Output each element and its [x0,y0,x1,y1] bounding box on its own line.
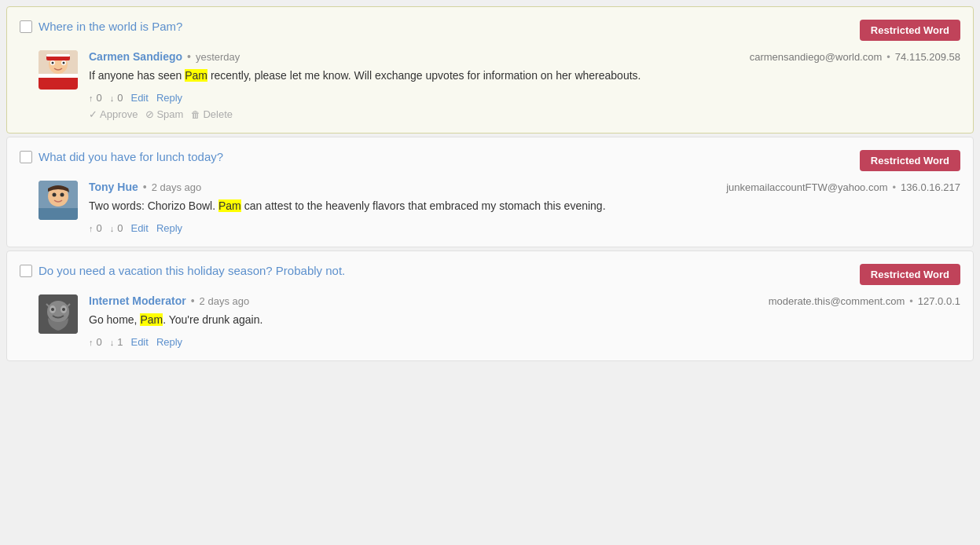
header-left-1: Where in the world is Pam? [20,20,182,33]
header-left-3: Do you need a vacation this holiday seas… [20,264,345,277]
block-header-3: Do you need a vacation this holiday seas… [20,264,960,285]
thread-title-2[interactable]: What did you have for lunch today? [39,150,223,163]
vote-down-group-2: 0 [110,222,123,234]
vote-up-group-3: 0 [89,336,102,348]
svg-point-13 [61,193,64,197]
svg-point-19 [51,308,54,311]
comment-body-3: Internet Moderator • 2 days ago moderate… [89,294,960,348]
meta-left-1: Carmen Sandiego • yesterday [89,50,240,63]
ip-address-2: 136.0.16.217 [901,181,960,193]
vote-up-group-2: 0 [89,222,102,234]
highlighted-word-2: Pam [218,199,241,212]
svg-rect-9 [39,74,78,78]
approve-action-1[interactable]: Approve [89,108,138,120]
vote-up-group-1: 0 [89,92,102,104]
ip-address-1: 74.115.209.58 [895,51,960,63]
comment-meta-3: Internet Moderator • 2 days ago moderate… [89,294,960,307]
reply-link-2[interactable]: Reply [156,222,182,234]
svg-point-7 [63,62,65,64]
select-checkbox-3[interactable] [20,265,32,277]
select-checkbox-2[interactable] [20,151,32,163]
block-header-2: What did you have for lunch today? Restr… [20,150,960,171]
upvote-count-2: 0 [97,222,102,234]
actions-1: 0 0 Edit Reply [89,92,960,104]
select-checkbox-1[interactable] [20,20,32,33]
svg-rect-3 [46,54,70,57]
delete-action-1[interactable]: Delete [191,108,233,120]
restricted-badge-3: Restricted Word [860,264,960,285]
meta-sep2-1: • [886,51,890,63]
comment-block-2: What did you have for lunch today? Restr… [6,137,974,247]
comment-meta-2: Tony Hue • 2 days ago junkemailaccountFT… [89,181,960,193]
comment-text-2: Two words: Chorizo Bowl. Pam can attest … [89,198,960,214]
comment-content-3: Internet Moderator • 2 days ago moderate… [39,294,960,348]
mod-actions-1: Approve Spam Delete [89,108,960,120]
comment-body-1: Carmen Sandiego • yesterday carmensandie… [89,50,960,120]
thread-title-1[interactable]: Where in the world is Pam? [39,20,182,33]
downvote-icon-3[interactable] [110,338,115,347]
comment-content-2: Tony Hue • 2 days ago junkemailaccountFT… [39,181,960,234]
spam-action-1[interactable]: Spam [145,108,183,120]
comment-text-1: If anyone has seen Pam recently, please … [89,68,960,84]
meta-right-3: moderate.this@comment.com • 127.0.0.1 [769,295,960,307]
vote-down-group-3: 1 [110,336,123,348]
meta-sep2-3: • [909,295,913,307]
svg-point-6 [52,62,54,64]
actions-3: 0 1 Edit Reply [89,336,960,348]
actions-2: 0 0 Edit Reply [89,222,960,234]
author-name-1[interactable]: Carmen Sandiego [89,50,182,63]
vote-down-group-1: 0 [110,92,123,104]
avatar-2 [39,181,78,220]
svg-rect-14 [39,208,78,220]
highlighted-word-3: Pam [140,313,163,326]
avatar-1 [39,50,78,90]
meta-sep-1: • [187,50,191,63]
edit-link-1[interactable]: Edit [130,92,148,104]
comments-list: Where in the world is Pam? Restricted Wo… [0,0,980,368]
ban-icon-1 [145,108,154,120]
upvote-icon-1[interactable] [89,93,94,103]
reply-link-3[interactable]: Reply [156,336,182,348]
restricted-badge-1: Restricted Word [860,20,960,41]
ip-address-3: 127.0.0.1 [918,295,960,307]
highlighted-word-1: Pam [185,69,207,82]
comment-block-1: Where in the world is Pam? Restricted Wo… [6,6,974,134]
email-2: junkemailaccountFTW@yahoo.com [726,181,887,193]
author-name-3[interactable]: Internet Moderator [89,294,186,307]
comment-text-3: Go home, Pam. You're drunk again. [89,312,960,328]
meta-sep2-2: • [893,181,897,193]
trash-icon-1 [191,108,200,120]
meta-left-3: Internet Moderator • 2 days ago [89,294,249,307]
restricted-badge-2: Restricted Word [860,150,960,171]
upvote-icon-3[interactable] [89,338,94,347]
meta-left-2: Tony Hue • 2 days ago [89,181,201,193]
timestamp-3: 2 days ago [200,295,250,307]
upvote-count-1: 0 [97,92,102,104]
meta-sep-2: • [143,181,147,193]
meta-right-1: carmensandiego@world.com • 74.115.209.58 [750,51,960,63]
comment-content-1: Carmen Sandiego • yesterday carmensandie… [39,50,960,120]
email-1: carmensandiego@world.com [750,51,883,63]
edit-link-3[interactable]: Edit [130,336,148,348]
timestamp-2: 2 days ago [152,181,202,193]
downvote-count-1: 0 [117,92,123,104]
upvote-count-3: 0 [97,336,102,348]
svg-point-20 [62,308,65,311]
edit-link-2[interactable]: Edit [130,222,148,234]
downvote-icon-2[interactable] [110,224,115,233]
author-name-2[interactable]: Tony Hue [89,181,138,193]
timestamp-1: yesterday [196,51,240,63]
svg-point-12 [53,193,57,197]
upvote-icon-2[interactable] [89,224,94,233]
downvote-icon-1[interactable] [110,93,115,103]
reply-link-1[interactable]: Reply [156,92,182,104]
comment-block-3: Do you need a vacation this holiday seas… [6,251,974,361]
downvote-count-2: 0 [117,222,123,234]
header-left-2: What did you have for lunch today? [20,150,223,163]
avatar-3 [39,294,78,334]
comment-meta-1: Carmen Sandiego • yesterday carmensandie… [89,50,960,63]
thread-title-3[interactable]: Do you need a vacation this holiday seas… [39,264,345,277]
meta-right-2: junkemailaccountFTW@yahoo.com • 136.0.16… [726,181,960,193]
email-3: moderate.this@comment.com [769,295,905,307]
checkmark-icon-1 [89,108,97,120]
